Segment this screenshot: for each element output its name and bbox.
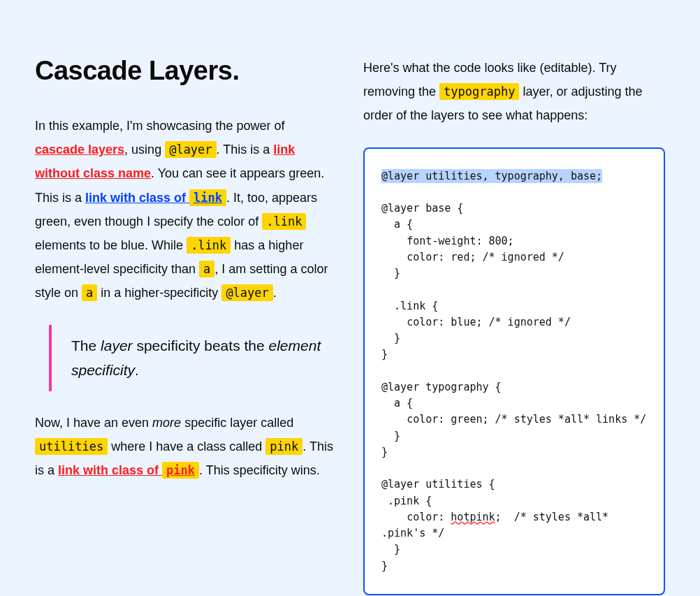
code-line: @layer typography { <box>381 381 502 393</box>
code-a: a <box>82 284 97 301</box>
code-line: color: hotpink; /* styles *all* .pink's … <box>381 511 615 539</box>
code-utilities: utilities <box>35 438 108 455</box>
code-line: } <box>381 348 388 361</box>
code-dot-link: .link <box>262 213 306 230</box>
left-column: Cascade Layers. In this example, I'm sho… <box>35 35 335 499</box>
code-editor[interactable]: @layer utilities, typography, base; @lay… <box>363 147 665 595</box>
emphasis: more <box>152 416 181 430</box>
layout-columns: Cascade Layers. In this example, I'm sho… <box>35 35 665 595</box>
page-title: Cascade Layers. <box>35 56 335 86</box>
code-content[interactable]: @layer utilities, typography, base; @lay… <box>381 168 647 574</box>
code-line: .link { <box>381 300 438 312</box>
text: specific layer called <box>181 416 293 430</box>
code-line: } <box>381 267 400 279</box>
paragraph-2: Now, I have an even more specific layer … <box>35 411 335 483</box>
text: elements to be blue. While <box>35 238 187 252</box>
blockquote: The layer specificity beats the element … <box>49 325 335 391</box>
spellcheck-error: hotpink <box>451 511 495 523</box>
code-dot-link: .link <box>187 237 231 254</box>
text: , using <box>124 143 165 157</box>
code-line: a { <box>381 218 413 231</box>
code-pink: pink <box>265 438 302 455</box>
emphasis: layer <box>101 337 133 354</box>
code-line: @layer utilities { <box>381 478 495 490</box>
code-a: a <box>199 261 214 277</box>
link-cascade-layers[interactable]: cascade layers <box>35 143 124 157</box>
text: . <box>273 286 277 300</box>
code-layer: @layer <box>165 141 216 158</box>
code-line: @layer base { <box>381 202 463 215</box>
link-with-class-pink[interactable]: link with class of pink <box>58 462 199 479</box>
code-line: color: red; /* ignored */ <box>381 251 564 263</box>
code-line: } <box>381 430 400 442</box>
code-line: font-weight: 800; <box>381 235 514 247</box>
text: In this example, I'm showcasing the powe… <box>35 119 285 133</box>
code-line: } <box>381 543 400 555</box>
link-with-class-link[interactable]: link with class of link <box>85 189 226 206</box>
code-line: color: blue; /* ignored */ <box>381 316 571 328</box>
code-line: } <box>381 446 388 458</box>
right-column: Here's what the code looks like (editabl… <box>363 35 665 595</box>
text: where I have a class called <box>108 439 265 453</box>
text: . <box>135 362 139 378</box>
code-line: color: green; /* styles *all* links */ <box>381 413 646 426</box>
paragraph-1: In this example, I'm showcasing the powe… <box>35 114 335 305</box>
code-line: a { <box>381 397 413 409</box>
code-layer: @layer <box>221 284 272 301</box>
text: . This specificity wins. <box>199 463 320 477</box>
code-line: } <box>381 332 400 344</box>
text: Now, I have an even <box>35 416 152 430</box>
code-line: } <box>381 560 388 572</box>
code-intro: Here's what the code looks like (editabl… <box>363 56 665 128</box>
code-line: .pink { <box>381 495 432 507</box>
text: in a higher-specificity <box>97 286 221 300</box>
text: The <box>71 337 101 354</box>
text: . This is a <box>217 143 274 157</box>
text: specificity beats the <box>133 337 269 354</box>
code-typography: typography <box>439 83 519 100</box>
selected-line: @layer utilities, typography, base; <box>381 169 602 183</box>
